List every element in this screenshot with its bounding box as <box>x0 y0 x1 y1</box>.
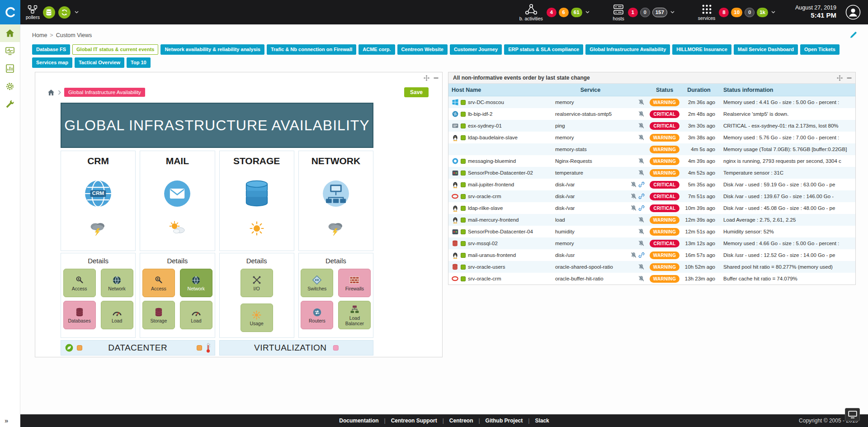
service-name[interactable]: ping <box>553 123 626 128</box>
widget-move-button[interactable] <box>837 75 843 81</box>
service-name[interactable]: memory <box>553 135 626 140</box>
notifications-muted-icon[interactable] <box>638 217 645 223</box>
widget-collapse-button[interactable] <box>847 76 852 81</box>
tab-trafic-nb-connection-on-firewall[interactable]: Trafic & Nb connection on Firewall <box>267 44 356 55</box>
counter-badge-ok[interactable]: 61 <box>571 8 582 17</box>
counter-badge-warning[interactable]: 6 <box>559 8 569 17</box>
map-group-crm[interactable]: CRMCRM <box>61 151 136 251</box>
notifications-muted-icon[interactable] <box>638 123 645 129</box>
link-icon[interactable] <box>638 193 645 199</box>
breadcrumb-item[interactable]: Home <box>32 32 47 38</box>
service-tile-storage[interactable]: Storage <box>142 301 175 329</box>
tab-top-10[interactable]: Top 10 <box>127 57 151 68</box>
chevron-down-icon[interactable] <box>771 11 775 14</box>
sidebar-expand-button[interactable]: » <box>5 417 8 424</box>
host-name[interactable]: mail-uranus-frontend <box>468 252 516 258</box>
service-name[interactable]: temperature <box>553 170 626 176</box>
map-group-storage[interactable]: STORAGE <box>219 151 294 251</box>
tab-global-infrastructure-availability[interactable]: Global Infrastructure Availability <box>585 44 670 55</box>
counter-badge-critical[interactable]: 4 <box>547 8 557 17</box>
pollers-status[interactable]: pollers <box>26 5 79 20</box>
tab-erp-status-sla-compliance[interactable]: ERP status & SLA compliance <box>504 44 583 55</box>
service-tile-load[interactable]: Load <box>101 301 133 329</box>
service-name[interactable]: realservice-status-smtp5 <box>553 111 626 117</box>
fullscreen-button[interactable] <box>845 408 860 421</box>
tab-database-fs[interactable]: Database FS <box>32 44 70 55</box>
sidebar-item-reporting[interactable] <box>0 60 20 77</box>
host-name[interactable]: lb-bip-idf-2 <box>468 111 492 117</box>
service-tile-load-balancer[interactable]: Load Balancer <box>338 301 371 329</box>
event-row[interactable]: ldap-rilke-slavedisk-/varCRITICAL10m 39s… <box>448 202 855 214</box>
column-header-status[interactable]: Status <box>646 87 683 93</box>
tab-customer-journey[interactable]: Customer Journey <box>450 44 502 55</box>
counter-badge-critical[interactable]: 1 <box>628 8 638 17</box>
notifications-muted-icon[interactable] <box>630 205 637 211</box>
service-name[interactable]: oracle-shared-spool-ratio <box>553 264 626 270</box>
widget-move-button[interactable] <box>424 75 429 81</box>
chevron-down-icon[interactable] <box>585 11 590 14</box>
service-name[interactable]: disk-/var <box>553 182 626 187</box>
column-header-duration[interactable]: Duration <box>683 87 720 93</box>
service-name[interactable]: disk-/var <box>553 194 626 199</box>
notifications-muted-icon[interactable] <box>638 134 645 141</box>
event-row[interactable]: messaging-bluemindNginx-RequestsWARNING4… <box>448 155 855 167</box>
event-row[interactable]: memory-statsWARNING4m 5s agoMemory usage… <box>448 143 855 155</box>
sidebar-item-configuration[interactable] <box>0 77 20 95</box>
event-row[interactable]: srv-mssql-02memoryCRITICAL13m 12s agoMem… <box>448 237 855 249</box>
host-name[interactable]: SensorProbe-Datacenter-02 <box>468 170 533 176</box>
sidebar-item-monitoring[interactable] <box>0 42 20 60</box>
widget-collapse-button[interactable] <box>434 76 439 81</box>
tab-tactical-overview[interactable]: Tactical Overview <box>75 57 124 68</box>
counter-badge-neutral[interactable]: 0 <box>745 8 755 17</box>
column-header-host-name[interactable]: Host Name <box>448 87 553 93</box>
notifications-muted-icon[interactable] <box>638 158 645 164</box>
edit-view-button[interactable] <box>849 31 857 39</box>
event-row[interactable]: mail-mercury-frontendloadWARNING12m 39s … <box>448 214 855 226</box>
service-tile-routers[interactable]: Routers <box>301 301 333 329</box>
service-name[interactable]: memory-stats <box>553 147 626 152</box>
service-name[interactable]: Nginx-Requests <box>553 158 626 164</box>
service-tile-load[interactable]: Load <box>180 301 212 329</box>
counter-badge-ok[interactable]: 1k <box>757 8 768 17</box>
notifications-muted-icon[interactable] <box>638 99 645 105</box>
sidebar-item-home[interactable] <box>0 24 20 42</box>
zone-virtualization[interactable]: VIRTUALIZATION <box>219 340 374 356</box>
host-name[interactable]: srv-oracle-users <box>468 264 505 270</box>
footer-link-centreon-support[interactable]: Centreon Support <box>391 418 437 424</box>
host-name[interactable]: srv-DC-moscou <box>468 100 504 105</box>
link-icon[interactable] <box>638 252 645 258</box>
home-icon[interactable] <box>47 89 55 96</box>
host-name[interactable]: messaging-bluemind <box>468 158 516 164</box>
notifications-muted-icon[interactable] <box>630 252 637 258</box>
map-group-mail[interactable]: MAIL <box>140 151 215 251</box>
topbar-stat-hosts[interactable]: hosts10157 <box>613 4 675 21</box>
host-name[interactable]: mail-jupiter-frontend <box>468 182 514 187</box>
tab-mail-service-dashboard[interactable]: Mail Service Dashboard <box>734 44 798 55</box>
event-row[interactable]: SensorProbe-Datacenter-04humidityWARNING… <box>448 226 855 237</box>
service-tile-network[interactable]: Network <box>180 269 212 297</box>
event-row[interactable]: ldap-baudelaire-slavememoryWARNING3m 38s… <box>448 132 855 143</box>
zone-datacenter[interactable]: DATACENTER <box>61 340 215 356</box>
counter-badge-warning[interactable]: 10 <box>731 8 742 17</box>
service-name[interactable]: disk-/usr <box>553 252 626 258</box>
notifications-muted-icon[interactable] <box>638 240 645 247</box>
event-row[interactable]: srv-oracle-crmoracle-buffer-hit-ratioWAR… <box>448 273 855 285</box>
footer-link-centreon[interactable]: Centreon <box>449 418 473 424</box>
event-row[interactable]: lb-bip-idf-2realservice-status-smtp5CRIT… <box>448 108 855 120</box>
poller-database-status-icon[interactable] <box>43 6 55 19</box>
notifications-muted-icon[interactable] <box>630 181 637 188</box>
column-header-status-information[interactable]: Status information <box>720 87 855 93</box>
tab-services-map[interactable]: Services map <box>32 57 72 68</box>
host-name[interactable]: srv-oracle-crm <box>468 194 501 199</box>
map-group-network[interactable]: NETWORK <box>298 151 373 251</box>
tab-hillmore-insurance[interactable]: HILLMORE Insurance <box>672 44 731 55</box>
host-name[interactable]: esx-sydney-01 <box>468 123 502 128</box>
notifications-muted-icon[interactable] <box>630 193 637 199</box>
tab-acme-corp[interactable]: ACME corp. <box>359 44 395 55</box>
tab-network-availability-reliability-analysis[interactable]: Network availability & reliability analy… <box>160 44 264 55</box>
notifications-muted-icon[interactable] <box>638 228 645 235</box>
tab-global-it-status-current-events[interactable]: Global IT status & current events <box>72 44 158 55</box>
footer-link-slack[interactable]: Slack <box>535 418 549 424</box>
service-name[interactable]: oracle-buffer-hit-ratio <box>553 276 626 281</box>
topbar-stat-b-activities[interactable]: b. activities4661 <box>519 4 590 21</box>
